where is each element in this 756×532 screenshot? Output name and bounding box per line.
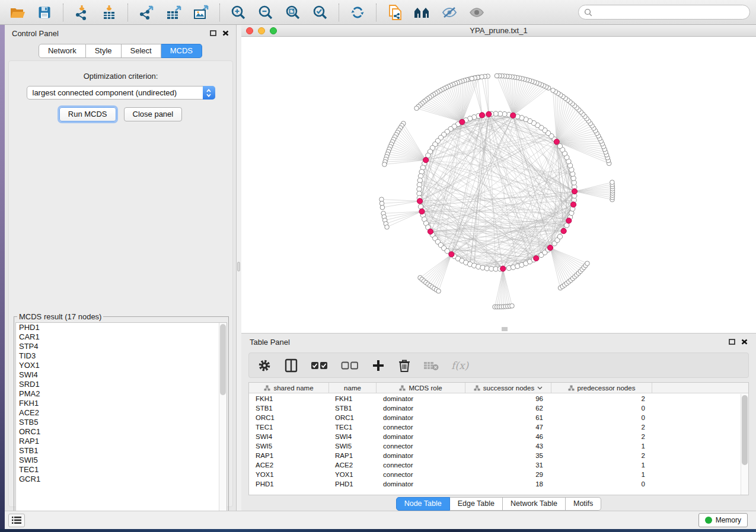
graph-node[interactable] bbox=[460, 119, 465, 124]
mcds-result-item[interactable]: SWI5 bbox=[16, 456, 227, 465]
mcds-result-item[interactable]: FKH1 bbox=[16, 399, 227, 408]
mcds-result-item[interactable]: STB1 bbox=[16, 446, 227, 456]
tab-style[interactable]: Style bbox=[86, 44, 122, 58]
table-row[interactable]: PHD1PHD1dominator180 bbox=[249, 479, 741, 489]
graph-node[interactable] bbox=[414, 106, 419, 111]
mcds-result-item[interactable]: ORC1 bbox=[16, 427, 227, 437]
import-network-button[interactable] bbox=[71, 2, 93, 23]
zoom-out-button[interactable] bbox=[254, 2, 277, 23]
hide-selected-button[interactable] bbox=[438, 2, 461, 23]
close-panel-icon[interactable] bbox=[741, 339, 748, 345]
graph-node[interactable] bbox=[557, 234, 562, 239]
table-row[interactable]: ACE2ACE2connector311 bbox=[249, 460, 741, 470]
graph-node[interactable] bbox=[610, 180, 615, 185]
splitter-grip[interactable] bbox=[237, 262, 240, 271]
mcds-result-item[interactable]: ACE2 bbox=[16, 408, 227, 418]
graph-node[interactable] bbox=[534, 255, 539, 261]
memory-button[interactable]: Memory bbox=[698, 513, 748, 527]
mcds-result-item[interactable]: TEC1 bbox=[16, 465, 227, 475]
graph-node[interactable] bbox=[510, 304, 515, 309]
graph-node[interactable] bbox=[570, 202, 576, 207]
deselect-all-button[interactable] bbox=[341, 361, 359, 370]
mcds-result-item[interactable]: CAR1 bbox=[16, 332, 227, 342]
export-table-button[interactable] bbox=[162, 2, 185, 23]
task-history-button[interactable] bbox=[8, 514, 25, 527]
table-row[interactable]: RAP1RAP1dominator352 bbox=[249, 451, 741, 460]
table-row[interactable]: TEC1TEC1connector472 bbox=[249, 422, 741, 432]
network-canvas[interactable] bbox=[241, 37, 756, 332]
table-row[interactable]: SWI4SWI4dominator462 bbox=[249, 432, 741, 441]
mcds-result-item[interactable]: STP4 bbox=[16, 342, 227, 351]
mcds-result-item[interactable]: SWI4 bbox=[16, 370, 227, 380]
column-header-mcds-role[interactable]: MCDS role bbox=[377, 383, 465, 393]
add-column-button[interactable] bbox=[371, 358, 385, 373]
mcds-result-item[interactable]: STB5 bbox=[16, 418, 227, 427]
float-panel-icon[interactable] bbox=[729, 339, 735, 345]
graph-node[interactable] bbox=[547, 245, 553, 251]
graph-node[interactable] bbox=[436, 289, 441, 294]
show-all-button[interactable] bbox=[465, 2, 488, 23]
search-input[interactable] bbox=[596, 8, 744, 17]
mcds-result-item[interactable]: PHD1 bbox=[16, 323, 227, 332]
graph-node[interactable] bbox=[554, 139, 559, 145]
table-row[interactable]: FKH1FKH1dominator962 bbox=[249, 394, 741, 403]
mcds-list-scroll-thumb[interactable] bbox=[220, 324, 226, 395]
save-session-button[interactable] bbox=[33, 2, 56, 23]
mcds-result-item[interactable]: SRD1 bbox=[16, 380, 227, 389]
graph-node[interactable] bbox=[380, 205, 385, 210]
graph-node[interactable] bbox=[449, 252, 454, 257]
graph-node[interactable] bbox=[470, 76, 474, 81]
close-panel-button[interactable]: Close panel bbox=[124, 107, 183, 121]
export-image-button[interactable] bbox=[190, 2, 212, 23]
graph-node[interactable] bbox=[480, 75, 484, 79]
show-columns-button[interactable] bbox=[284, 358, 298, 373]
mcds-result-item[interactable]: PMA2 bbox=[16, 389, 227, 399]
delete-column-button[interactable] bbox=[398, 358, 411, 373]
export-network-button[interactable] bbox=[135, 2, 158, 23]
tab-mcds[interactable]: MCDS bbox=[161, 44, 202, 58]
table-scroll-thumb[interactable] bbox=[742, 395, 748, 465]
mcds-result-item[interactable]: GCR1 bbox=[16, 475, 227, 484]
graph-node[interactable] bbox=[566, 218, 572, 223]
clone-network-button[interactable] bbox=[384, 2, 406, 23]
graph-node[interactable] bbox=[385, 225, 390, 229]
graph-node[interactable] bbox=[382, 162, 387, 167]
graph-node[interactable] bbox=[500, 266, 506, 271]
column-header-shared-name[interactable]: shared name bbox=[249, 383, 329, 393]
graph-node[interactable] bbox=[428, 229, 433, 234]
table-row[interactable]: ORC1ORC1dominator610 bbox=[249, 413, 741, 422]
run-mcds-button[interactable]: Run MCDS bbox=[59, 107, 116, 121]
graph-node[interactable] bbox=[418, 204, 423, 209]
sort-chevron-icon[interactable] bbox=[537, 386, 543, 390]
table-options-button[interactable] bbox=[257, 358, 272, 373]
zoom-selected-button[interactable] bbox=[309, 2, 331, 23]
graph-node[interactable] bbox=[557, 143, 562, 148]
optimization-criterion-select[interactable]: largest connected component (undirected) bbox=[27, 86, 215, 100]
tab-edge-table[interactable]: Edge Table bbox=[450, 497, 503, 511]
table-row[interactable]: STB1STB1dominator620 bbox=[249, 403, 741, 413]
float-panel-icon[interactable] bbox=[210, 30, 216, 36]
mcds-result-item[interactable]: RAP1 bbox=[16, 437, 227, 446]
graph-node[interactable] bbox=[423, 158, 429, 163]
canvas-scroll-nub[interactable] bbox=[502, 327, 508, 331]
open-session-button[interactable] bbox=[6, 2, 28, 23]
graph-node[interactable] bbox=[572, 188, 577, 194]
graph-node[interactable] bbox=[551, 88, 556, 93]
zoom-in-button[interactable] bbox=[227, 2, 250, 23]
tab-network-table[interactable]: Network Table bbox=[503, 497, 566, 511]
select-all-button[interactable] bbox=[311, 361, 328, 370]
graph-node[interactable] bbox=[495, 73, 499, 78]
graph-node[interactable] bbox=[417, 198, 422, 204]
refresh-button[interactable] bbox=[346, 2, 369, 23]
graph-node[interactable] bbox=[486, 111, 492, 117]
table-row[interactable]: YOX1YOX1connector291 bbox=[249, 470, 741, 479]
tab-select[interactable]: Select bbox=[122, 44, 161, 58]
mcds-list-scrollbar[interactable] bbox=[219, 323, 227, 527]
column-header-successor-nodes[interactable]: successor nodes bbox=[465, 383, 551, 393]
mcds-result-item[interactable]: YOX1 bbox=[16, 361, 227, 370]
import-table-button[interactable] bbox=[98, 2, 120, 23]
tab-node-table[interactable]: Node Table bbox=[396, 497, 450, 511]
table-scrollbar[interactable] bbox=[741, 394, 748, 495]
tab-network[interactable]: Network bbox=[39, 44, 86, 58]
column-header-name[interactable]: name bbox=[329, 383, 377, 393]
